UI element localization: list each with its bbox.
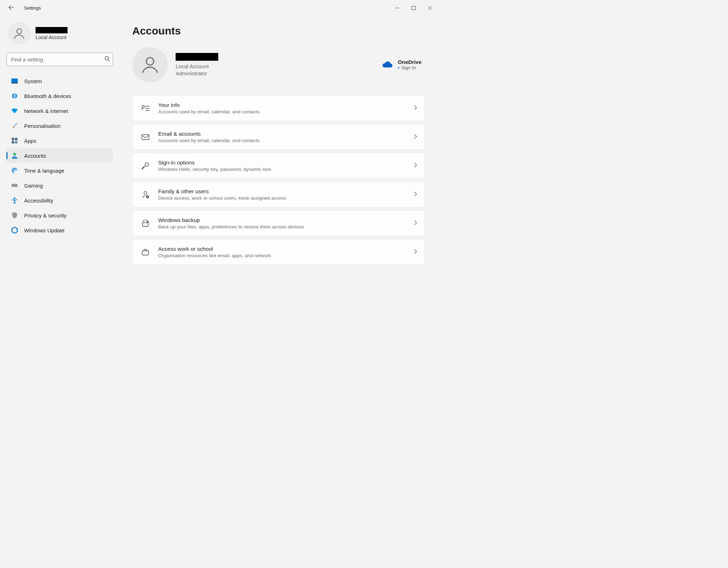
svg-point-16	[14, 198, 16, 199]
monitor-icon	[11, 78, 18, 84]
card-title: Sign-in options	[158, 159, 414, 166]
svg-rect-0	[412, 6, 415, 10]
svg-rect-7	[15, 138, 17, 140]
sidebar-item-update[interactable]: Windows Update	[6, 223, 113, 237]
svg-point-10	[13, 153, 16, 156]
sidebar-item-time-language[interactable]: Time & language	[6, 163, 113, 178]
svg-point-14	[13, 185, 14, 186]
account-type: Local Account	[176, 63, 218, 69]
maximize-icon	[412, 6, 416, 10]
svg-rect-6	[12, 138, 14, 140]
sidebar-item-accounts[interactable]: Accounts	[6, 148, 113, 163]
wifi-icon	[11, 108, 18, 114]
gamepad-icon	[11, 182, 18, 189]
apps-icon	[11, 137, 18, 144]
sidebar-item-label: Personalisation	[24, 123, 61, 129]
svg-point-22	[144, 191, 147, 194]
sidebar-item-personalisation[interactable]: Personalisation	[6, 119, 113, 133]
arrow-left-icon	[9, 5, 14, 10]
chevron-right-icon	[414, 105, 417, 112]
minimize-icon	[395, 6, 399, 10]
svg-point-21	[145, 163, 149, 166]
nav: System Bluetooth & devices Network & int…	[6, 74, 113, 237]
person-icon	[13, 27, 26, 40]
search-input[interactable]	[6, 53, 113, 66]
sidebar-item-bluetooth[interactable]: Bluetooth & devices	[6, 89, 113, 103]
sidebar-item-label: Accessibility	[24, 198, 53, 204]
onedrive-tile[interactable]: OneDrive Sign In	[382, 59, 425, 70]
chevron-right-icon	[414, 191, 417, 198]
chevron-right-icon	[414, 220, 417, 227]
svg-rect-13	[11, 184, 18, 187]
card-windows-backup[interactable]: Windows backup Back up your files, apps,…	[132, 210, 425, 236]
bluetooth-icon	[11, 93, 18, 99]
minimize-button[interactable]	[389, 2, 405, 13]
card-email-accounts[interactable]: Email & accounts Accounts used by email,…	[132, 124, 425, 150]
key-icon	[140, 162, 150, 170]
card-title: Email & accounts	[158, 131, 414, 137]
search-icon	[105, 56, 110, 62]
onedrive-icon	[382, 61, 393, 68]
avatar	[8, 22, 31, 45]
avatar-large	[132, 47, 168, 82]
svg-point-15	[16, 185, 17, 186]
email-icon	[140, 134, 150, 140]
maximize-button[interactable]	[405, 2, 422, 13]
page-title: Accounts	[132, 25, 425, 37]
sidebar-item-label: Time & language	[24, 168, 64, 174]
svg-rect-9	[15, 141, 17, 144]
sidebar-item-gaming[interactable]: Gaming	[6, 178, 113, 193]
back-button[interactable]	[7, 3, 16, 13]
card-desc: Accounts used by email, calendar, and co…	[158, 109, 414, 114]
card-desc: Windows Hello, security key, password, d…	[158, 167, 414, 172]
accessibility-icon	[11, 197, 18, 204]
your-info-icon	[140, 105, 150, 112]
search-button[interactable]	[105, 56, 110, 63]
sidebar-item-privacy[interactable]: Privacy & security	[6, 208, 113, 222]
svg-point-1	[17, 29, 22, 34]
backup-icon	[140, 220, 150, 227]
titlebar: Settings	[0, 0, 438, 16]
sidebar-item-label: Accounts	[24, 153, 46, 159]
card-desc: Accounts used by email, calendar, and co…	[158, 138, 414, 143]
chevron-right-icon	[414, 249, 417, 255]
card-your-info[interactable]: Your info Accounts used by email, calend…	[132, 95, 425, 121]
svg-rect-8	[12, 141, 14, 144]
person-icon	[140, 55, 160, 75]
svg-rect-24	[143, 223, 148, 226]
card-desc: Organisation resources like email, apps,…	[158, 253, 414, 258]
svg-rect-3	[11, 79, 18, 83]
sidebar-item-label: Bluetooth & devices	[24, 93, 71, 99]
svg-rect-4	[11, 83, 18, 83]
card-title: Your info	[158, 102, 414, 108]
sidebar-profile[interactable]: Local Account	[6, 22, 113, 45]
sidebar-item-apps[interactable]: Apps	[6, 134, 113, 148]
main-panel: Accounts Local Account Administrator	[117, 16, 438, 342]
paintbrush-icon	[11, 123, 18, 129]
chevron-right-icon	[414, 163, 417, 169]
sidebar-item-label: Windows Update	[24, 227, 64, 233]
close-button[interactable]	[422, 2, 438, 13]
onedrive-status: Sign In	[398, 65, 422, 70]
sidebar-item-label: Apps	[24, 138, 36, 144]
sidebar-item-system[interactable]: System	[6, 74, 113, 88]
card-work-school[interactable]: Access work or school Organisation resou…	[132, 239, 425, 265]
chevron-right-icon	[414, 134, 417, 140]
clock-globe-icon	[11, 167, 18, 174]
person-icon	[11, 152, 18, 159]
sidebar-item-network[interactable]: Network & internet	[6, 104, 113, 118]
settings-cards: Your info Accounts used by email, calend…	[132, 95, 425, 265]
card-title: Access work or school	[158, 246, 414, 252]
sidebar-item-accessibility[interactable]: Accessibility	[6, 193, 113, 207]
briefcase-icon	[140, 249, 150, 255]
card-title: Windows backup	[158, 217, 414, 223]
close-icon	[428, 6, 432, 10]
svg-rect-25	[142, 251, 149, 255]
family-icon	[140, 191, 150, 199]
sidebar-item-label: Privacy & security	[24, 212, 66, 218]
card-title: Family & other users	[158, 188, 414, 195]
card-sign-in-options[interactable]: Sign-in options Windows Hello, security …	[132, 153, 425, 179]
svg-point-2	[105, 56, 109, 60]
app-title: Settings	[24, 5, 41, 11]
card-family-users[interactable]: Family & other users Device access, work…	[132, 182, 425, 207]
